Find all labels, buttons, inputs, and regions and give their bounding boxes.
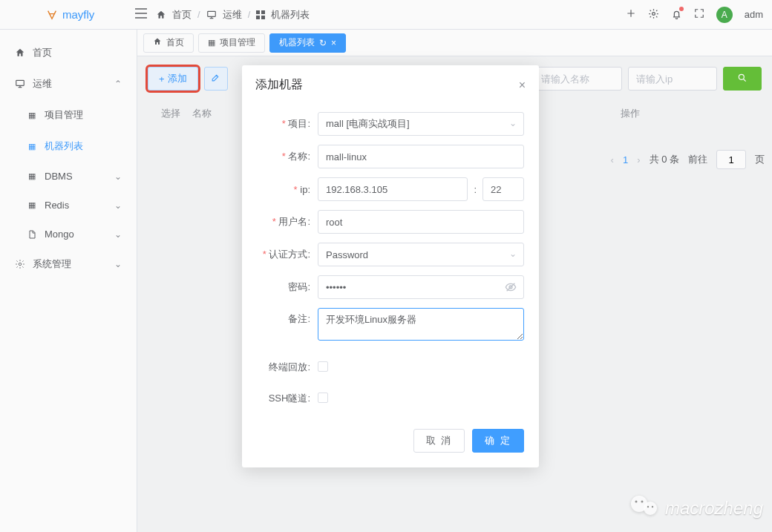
name-input[interactable] (318, 145, 524, 168)
label-remark: 备注: (257, 308, 310, 326)
chevron-down-icon: ⌄ (509, 249, 517, 259)
modal-footer: 取 消 确 定 (242, 421, 539, 467)
replay-checkbox[interactable] (318, 361, 328, 372)
watermark-text: macrozheng (665, 498, 763, 519)
ip-port-sep: : (474, 184, 477, 195)
password-input[interactable] (318, 275, 524, 299)
port-input[interactable] (482, 177, 524, 201)
label-auth: 认证方式: (257, 248, 310, 261)
label-password: 密码: (257, 280, 310, 294)
svg-point-15 (652, 506, 653, 508)
wechat-icon (629, 493, 659, 523)
modal-header: 添加机器 × (242, 65, 539, 100)
remark-textarea[interactable] (318, 308, 524, 341)
confirm-button[interactable]: 确 定 (472, 429, 524, 453)
modal-body: 项目: ⌄ 名称: ip: : 用户名: 认证方式: (242, 100, 539, 421)
user-input[interactable] (318, 210, 524, 234)
label-name: 名称: (257, 150, 310, 163)
ip-input[interactable] (318, 177, 468, 201)
svg-point-11 (644, 502, 657, 515)
cancel-button[interactable]: 取 消 (413, 429, 465, 453)
svg-point-14 (647, 506, 649, 508)
watermark: macrozheng (629, 493, 763, 523)
label-project: 项目: (257, 117, 310, 131)
project-select[interactable] (318, 112, 524, 136)
label-tunnel: SSH隧道: (257, 392, 310, 405)
label-replay: 终端回放: (257, 361, 310, 374)
svg-point-13 (641, 501, 643, 503)
auth-select[interactable] (318, 243, 524, 266)
add-machine-modal: 添加机器 × 项目: ⌄ 名称: ip: : 用户名: 认证 (242, 65, 539, 467)
label-ip: ip: (257, 184, 310, 195)
svg-point-12 (635, 501, 637, 503)
chevron-down-icon: ⌄ (509, 118, 517, 128)
close-icon[interactable]: × (519, 79, 526, 92)
modal-title: 添加机器 (255, 77, 303, 93)
tunnel-checkbox[interactable] (318, 393, 328, 403)
label-user: 用户名: (257, 215, 310, 229)
eye-icon[interactable] (505, 281, 517, 295)
